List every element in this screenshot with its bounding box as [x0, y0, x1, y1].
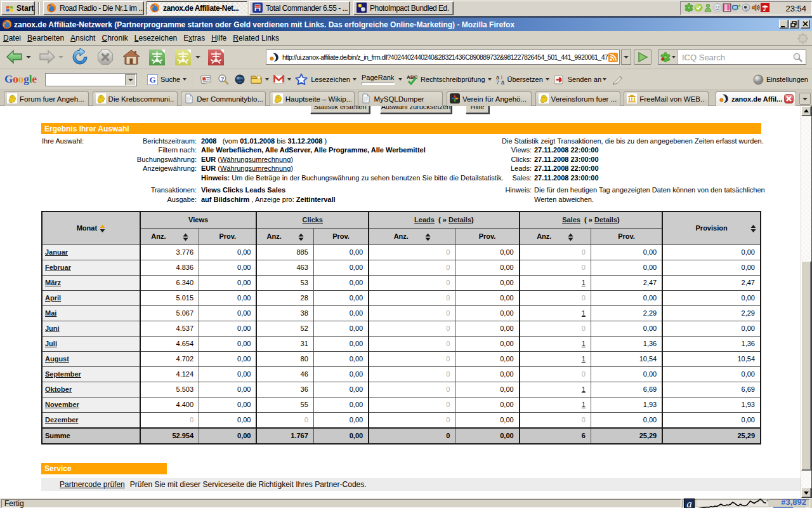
tab-7[interactable]: Vereinsforum fuer ...	[535, 91, 620, 106]
month-cell[interactable]: März	[42, 276, 140, 291]
month-link[interactable]: November	[45, 401, 79, 408]
column-header-anz[interactable]: Anz.	[520, 229, 591, 245]
rss-feed-icon[interactable]	[608, 53, 618, 62]
home-button[interactable]	[122, 49, 140, 65]
menu-related-links[interactable]: Related Links	[230, 32, 282, 44]
lesezeichen-button[interactable]: Lesezeichen	[311, 76, 357, 83]
google-earth-icon[interactable]	[234, 74, 246, 85]
column-header-monat[interactable]: Monat	[42, 211, 140, 245]
tab-close-button[interactable]	[784, 94, 794, 105]
month-cell[interactable]: September	[42, 367, 140, 382]
sales-count-link[interactable]: 1	[582, 355, 586, 363]
back-button[interactable]	[5, 49, 24, 65]
search-magnifier-icon[interactable]	[792, 52, 803, 63]
forward-button[interactable]	[37, 49, 56, 65]
search-input[interactable]: ICQ Search	[682, 53, 792, 62]
month-cell[interactable]: Januar	[42, 245, 140, 260]
month-cell[interactable]: Juni	[42, 321, 140, 337]
gmail-button[interactable]	[273, 75, 291, 84]
back-dropdown[interactable]	[26, 56, 31, 58]
month-cell[interactable]: Februar	[42, 260, 140, 276]
taskbar-app-1[interactable]: Road Radio - Die Nr.1 im ...	[43, 1, 144, 15]
sales-count-link[interactable]: 1	[582, 401, 586, 408]
column-header-sales[interactable]: Sales ( » Details)	[520, 211, 663, 229]
column-header-anz[interactable]: Anz.	[369, 229, 455, 245]
column-header-anz[interactable]: Anz.	[140, 229, 199, 245]
details-link[interactable]: Details	[449, 216, 471, 224]
network-monitor-icon[interactable]	[732, 3, 741, 12]
statistik-erstellen-button[interactable]: Statistik erstellen	[310, 106, 370, 114]
sales-anz-cell[interactable]: 1	[520, 398, 591, 413]
sales-count-link[interactable]: 1	[582, 340, 586, 347]
tab-list-dropdown[interactable]	[799, 93, 811, 105]
pagerank-button[interactable]: PageRank	[362, 74, 395, 85]
month-cell[interactable]: Dezember	[42, 413, 140, 429]
green-check-icon[interactable]	[694, 3, 703, 12]
month-link[interactable]: August	[45, 355, 69, 363]
extension-yellow-icon[interactable]	[174, 49, 192, 66]
taskbar-app-4[interactable]: PhotoImpact Bundled Ed.	[353, 1, 454, 15]
alexa-widget[interactable]: a #3,892	[684, 498, 808, 508]
month-link[interactable]: April	[45, 294, 61, 302]
month-cell[interactable]: Mai	[42, 306, 140, 321]
menu-chronik[interactable]: Chronik	[98, 32, 131, 44]
minimize-button[interactable]	[779, 20, 789, 29]
month-link[interactable]: Juni	[45, 324, 60, 332]
auswahl-zuruecksetzen-button[interactable]: Auswahl zurücksetzen	[380, 106, 452, 114]
column-header-provision[interactable]: Provision	[662, 211, 761, 245]
month-cell[interactable]: November	[42, 398, 140, 413]
pink-grid-icon[interactable]	[723, 3, 731, 12]
partnercode-pruefen-link[interactable]: Partnercode prüfen	[60, 480, 125, 489]
extension-green-icon[interactable]	[148, 49, 166, 66]
hilfe-button[interactable]: Hilfe	[466, 106, 489, 114]
scrollbar-thumb[interactable]	[801, 261, 811, 471]
tab-9[interactable]: zanox.de Affil...	[716, 91, 796, 106]
highlighter-icon[interactable]	[612, 74, 624, 85]
month-link[interactable]: Oktober	[45, 385, 72, 393]
uebersetzen-button[interactable]: ai 7ä Übersetzen	[496, 74, 549, 85]
green-user-icon[interactable]	[704, 3, 712, 12]
menu-hilfe[interactable]: Hilfe	[208, 32, 230, 44]
sales-anz-cell[interactable]: 1	[520, 306, 591, 321]
month-link[interactable]: März	[45, 279, 61, 286]
column-header-anz[interactable]: Anz.	[256, 229, 313, 245]
waehrungsumrechnung-link[interactable]: Währungsumrechnung	[220, 156, 291, 163]
site-search-icon[interactable]: ?	[218, 74, 229, 85]
sales-anz-cell[interactable]: 1	[520, 276, 591, 291]
sales-anz-cell[interactable]: 1	[520, 337, 591, 352]
news-icon[interactable]	[200, 74, 213, 84]
tab-3[interactable]: Der Communityblo...	[181, 91, 266, 106]
tab-5[interactable]: MySQLDumper	[358, 91, 443, 106]
bookmark-star-icon[interactable]	[295, 73, 308, 86]
extension-dropdown[interactable]	[195, 56, 200, 58]
url-dropdown[interactable]	[621, 50, 631, 65]
search-engine-selector[interactable]	[658, 50, 678, 64]
tab-1[interactable]: Forum fuer Angeh...	[4, 91, 89, 106]
sales-count-link[interactable]: 1	[582, 385, 586, 393]
tab-8[interactable]: FreeMail von WEB...	[624, 91, 709, 106]
close-button[interactable]	[801, 20, 810, 29]
forward-dropdown[interactable]	[58, 56, 63, 58]
month-cell[interactable]: Juli	[42, 337, 140, 352]
search-box[interactable]: ICQ Search	[658, 50, 806, 65]
avira-umbrella-icon[interactable]	[761, 3, 769, 12]
stop-button[interactable]	[96, 48, 114, 66]
column-header-leads[interactable]: Leads ( » Details)	[369, 211, 520, 229]
sales-count-link[interactable]: 1	[582, 279, 586, 286]
tab-2[interactable]: Die Krebscommuni...	[93, 91, 178, 106]
month-link[interactable]: September	[45, 370, 81, 378]
sales-anz-cell[interactable]: 1	[520, 382, 591, 398]
tab-6[interactable]: Verein für Angehö...	[447, 91, 532, 106]
menu-ansicht[interactable]: Ansicht	[67, 32, 98, 44]
menu-extras[interactable]: Extras	[180, 32, 208, 44]
menu-datei[interactable]: Datei	[0, 32, 24, 44]
go-button[interactable]	[634, 50, 652, 65]
icq-flower-icon[interactable]	[684, 3, 693, 12]
volume-icon[interactable]	[742, 3, 750, 12]
month-cell[interactable]: April	[42, 291, 140, 306]
waehrungsumrechnung-link[interactable]: Währungsumrechnung	[220, 164, 291, 172]
url-bar[interactable]: http://ui.zanox-affiliate.de/bin/z_in_fr…	[266, 50, 620, 65]
sales-count-link[interactable]: 1	[582, 309, 586, 317]
gray-smiley-icon[interactable]	[713, 3, 722, 12]
month-link[interactable]: Februar	[45, 264, 71, 271]
